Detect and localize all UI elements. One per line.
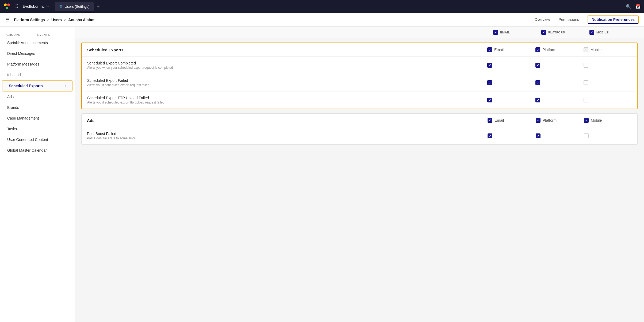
scheduled-exports-mobile-checkbox[interactable] [584,47,588,52]
sidebar-item-sprinklr-announcements[interactable]: Sprinklr Announcements [0,37,75,48]
event-title: Scheduled Export Completed [87,61,487,65]
platform-label: Platform [548,31,565,34]
email-label: Email [494,118,504,122]
breadcrumb: Platform Settings > Users > Anusha Alabo… [14,18,94,22]
tab-permissions[interactable]: Permissions [559,14,579,26]
breadcrumb-platform-settings[interactable]: Platform Settings [14,18,45,22]
breadcrumb-user-name[interactable]: Anusha Alabot [68,18,94,22]
event-title: Scheduled Export Failed [87,78,487,83]
sidebar-item-label: Scheduled Exports [9,84,43,88]
event-desc: Post Boost fails due to some error [87,136,488,140]
search-icon[interactable]: 🔍 [626,4,631,9]
sidebar-item-label: Inbound [7,73,21,77]
tab-overview[interactable]: Overview [534,14,550,26]
col-groups [81,30,113,35]
event-export-completed-email-cell[interactable] [487,63,535,68]
tab-label: Users (Settings) [65,5,90,9]
tab-users-settings[interactable]: ⚙ Users (Settings) [55,2,94,11]
event-export-failed-platform-cell[interactable] [535,80,584,85]
ads-platform-checkbox[interactable] [536,118,540,123]
scheduled-exports-platform-cell[interactable]: Platform [535,47,584,52]
post-boost-platform-cell[interactable] [536,133,584,138]
gear-icon: ⚙ [59,4,63,9]
sidebar-item-tasks[interactable]: Tasks [0,124,75,134]
event-export-failed-platform-cb[interactable] [535,80,540,85]
event-export-completed-mobile-cell[interactable] [584,63,632,68]
sidebar-item-label: Tasks [7,127,17,131]
sidebar-item-scheduled-exports[interactable]: Scheduled Exports › [2,80,72,91]
scheduled-exports-mobile-cell[interactable]: Mobile [584,47,632,52]
col-mobile-header[interactable]: Mobile [589,30,638,35]
event-ftp-failed-mobile-cell[interactable] [584,98,632,102]
event-export-completed-platform-cb[interactable] [535,63,540,68]
sidebar: GROUPS EVENTS Sprinklr Announcements Dir… [0,27,75,322]
event-export-completed-platform-cell[interactable] [535,63,584,68]
event-export-completed-email-cb[interactable] [487,63,492,68]
ads-platform-cell[interactable]: Platform [536,118,584,123]
sidebar-item-label: Brands [7,105,19,110]
sidebar-item-label: Case Management [7,116,39,120]
email-label: Email [494,48,504,52]
event-row-post-boost-failed: Post Boost Failed Post Boost fails due t… [82,127,637,144]
ads-section: Ads Email Platform Mobile Post Boost Fai [81,113,638,145]
events-label: EVENTS [37,33,68,36]
scheduled-exports-email-cell[interactable]: Email [487,47,535,52]
tab-bar: ⚙ Users (Settings) + [55,2,102,11]
mobile-label: Mobile [596,31,609,34]
event-ftp-failed-email-cb[interactable] [487,98,492,102]
post-boost-platform-cb[interactable] [536,133,540,138]
scheduled-exports-email-checkbox[interactable] [487,47,492,52]
sidebar-item-label: Platform Messages [7,62,39,66]
breadcrumb-sep-1: > [47,18,49,22]
event-export-failed-email-cell[interactable] [487,80,535,85]
scheduled-exports-title: Scheduled Exports [87,48,487,52]
ads-email-cell[interactable]: Email [488,118,536,123]
scheduled-exports-platform-checkbox[interactable] [535,47,540,52]
table-column-headers: Email Platform Mobile [75,27,644,38]
topbar-right-actions: 🔍 📅 [626,4,641,9]
menu-toggle[interactable]: ☰ [5,17,10,23]
post-boost-email-cb[interactable] [488,133,492,138]
sidebar-item-ads[interactable]: Ads [0,91,75,102]
event-ftp-failed-platform-cell[interactable] [535,98,584,102]
col-platform-header[interactable]: Platform [541,30,589,35]
tab-notification-preferences[interactable]: Notification Preferences [588,16,639,24]
sidebar-item-user-generated-content[interactable]: User Generated Content [0,134,75,145]
event-ftp-failed-email-cell[interactable] [487,98,535,102]
company-name: Evoltobor Inc [23,4,45,9]
sidebar-item-direct-messages[interactable]: Direct Messages [0,48,75,59]
event-ftp-failed-mobile-cb[interactable] [584,98,588,102]
sidebar-item-case-management[interactable]: Case Management [0,113,75,124]
event-export-failed-email-cb[interactable] [487,80,492,85]
post-boost-email-cell[interactable] [488,133,536,138]
ads-mobile-cell[interactable]: Mobile [584,118,632,123]
col-email-header[interactable]: Email [493,30,541,35]
sidebar-item-global-master-calendar[interactable]: Global Master Calendar [0,145,75,156]
breadcrumb-users[interactable]: Users [51,18,62,22]
post-boost-mobile-cell[interactable] [584,133,632,138]
event-ftp-failed-platform-cb[interactable] [535,98,540,102]
mobile-global-checkbox[interactable] [589,30,594,35]
ads-header-row: Ads Email Platform Mobile [82,114,637,127]
add-tab-button[interactable]: + [94,2,102,11]
grid-icon[interactable]: ⠿ [14,2,20,10]
sidebar-item-inbound[interactable]: Inbound [0,70,75,80]
sidebar-item-brands[interactable]: Brands [0,102,75,113]
email-global-checkbox[interactable] [493,30,498,35]
platform-global-checkbox[interactable] [541,30,546,35]
svg-point-0 [4,3,7,6]
nav-tabs: Overview Permissions Notification Prefer… [534,14,639,26]
event-export-failed-mobile-cell[interactable] [584,80,632,85]
email-label: Email [500,31,510,34]
event-export-completed-mobile-cb[interactable] [584,63,588,68]
post-boost-mobile-cb[interactable] [584,133,589,138]
calendar-icon[interactable]: 📅 [635,4,641,9]
ads-mobile-checkbox[interactable] [584,118,589,123]
sidebar-item-platform-messages[interactable]: Platform Messages [0,59,75,70]
company-selector[interactable]: Evoltobor Inc [23,4,49,9]
event-title: Post Boost Failed [87,132,488,136]
ads-email-checkbox[interactable] [488,118,492,123]
event-desc: Alerts you if scheduled export ftp uploa… [87,101,487,104]
event-export-failed-mobile-cb[interactable] [584,80,588,85]
platform-label: Platform [542,48,556,52]
